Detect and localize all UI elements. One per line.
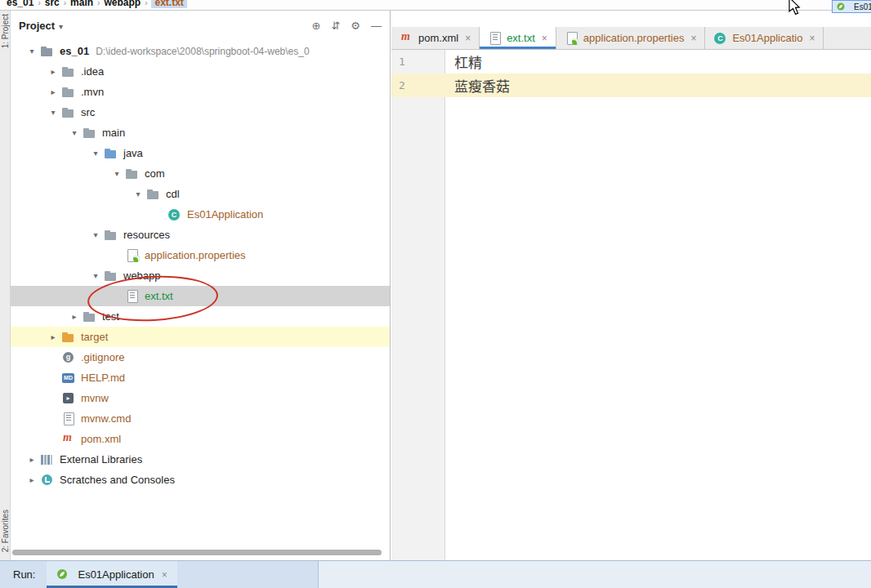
breadcrumb-separator: ›: [38, 0, 40, 7]
code-line[interactable]: 1杠精: [391, 50, 871, 74]
project-panel-title: Project: [19, 20, 55, 32]
maven-icon: [61, 433, 76, 446]
tree-row[interactable]: ▾es_01D:\ided-workspace\2008\springboot-…: [11, 41, 390, 61]
sources-folder-icon: [104, 147, 118, 160]
tree-row[interactable]: ▸.mvn: [11, 82, 390, 102]
breadcrumb-item[interactable]: src: [45, 0, 60, 8]
editor-area: pom.xmlext.txtapplication.propertiesEs01…: [391, 11, 871, 560]
tree-item-label: resources: [123, 229, 170, 241]
horizontal-scrollbar[interactable]: [12, 550, 382, 555]
excluded-folder-icon: [61, 331, 76, 344]
tree-row[interactable]: Es01Application: [11, 204, 390, 225]
editor-lines: 1杠精2蓝瘦香菇: [391, 50, 871, 97]
panel-header-icons: ⊕⇵⚙—: [312, 20, 382, 32]
line-text: 杠精: [445, 51, 482, 72]
gitignore-icon: [61, 351, 76, 364]
chevron-down-icon[interactable]: ▾: [130, 189, 146, 198]
project-view-selector[interactable]: Project: [19, 20, 63, 32]
chevron-right-icon[interactable]: ▸: [24, 475, 40, 484]
tree-row[interactable]: HELP.md: [11, 368, 390, 388]
line-text: 蓝瘦香菇: [445, 75, 510, 96]
chevron-right-icon[interactable]: ▸: [24, 455, 40, 464]
editor-tab[interactable]: ext.txt: [480, 27, 556, 49]
toolwindow-button-project[interactable]: 1: Project: [1, 14, 10, 48]
run-tab[interactable]: Es01Application: [47, 561, 176, 588]
chevron-down-icon[interactable]: ▾: [87, 149, 104, 158]
run-configuration-button[interactable]: Es01: [832, 0, 871, 13]
breadcrumb-item[interactable]: ext.txt: [151, 0, 186, 8]
chevron-down-icon[interactable]: ▾: [87, 271, 104, 280]
breadcrumb-item[interactable]: es_01: [7, 0, 34, 8]
tree-item-label: .gitignore: [81, 351, 124, 363]
code-line[interactable]: 2蓝瘦香菇: [391, 74, 871, 97]
breadcrumb-item[interactable]: webapp: [104, 0, 141, 8]
line-number: 2: [391, 79, 445, 91]
tree-item-label: target: [81, 331, 108, 343]
folder-icon: [61, 106, 76, 119]
close-icon[interactable]: [162, 569, 168, 581]
settings-gear-icon[interactable]: ⚙: [351, 20, 360, 32]
tree-row[interactable]: mvnw.cmd: [11, 408, 390, 429]
chevron-right-icon[interactable]: ▸: [45, 67, 61, 76]
shell-icon: [61, 392, 76, 405]
toolwindow-button-favorites[interactable]: 2: Favorites: [1, 510, 10, 552]
spring-class-icon: [713, 32, 727, 45]
locate-icon[interactable]: ⊕: [312, 20, 321, 32]
close-icon[interactable]: [690, 33, 696, 44]
tree-row[interactable]: ▾main: [11, 122, 390, 143]
tree-item-label: Scratches and Consoles: [60, 474, 175, 486]
tree-item-label: es_01: [60, 45, 89, 57]
hide-panel-icon[interactable]: —: [371, 20, 382, 32]
close-icon[interactable]: [465, 33, 471, 44]
editor-tab[interactable]: application.properties: [556, 27, 706, 49]
tree-row[interactable]: ▾com: [11, 163, 390, 184]
chevron-right-icon[interactable]: ▸: [45, 332, 61, 341]
folder-icon: [104, 270, 118, 283]
text-file-icon: [488, 32, 502, 45]
tree-row[interactable]: ▸Scratches and Consoles: [11, 470, 390, 490]
breadcrumb-separator: ›: [145, 0, 147, 7]
spring-properties-icon: [565, 32, 578, 45]
tree-row[interactable]: application.properties: [11, 245, 390, 265]
folder-icon: [61, 86, 76, 99]
run-bar-left: Run: Es01Application: [0, 561, 319, 588]
chevron-down-icon[interactable]: ▾: [109, 169, 125, 178]
tree-row[interactable]: pom.xml: [11, 429, 390, 449]
tree-row[interactable]: ▸.idea: [11, 61, 390, 82]
folder-icon: [146, 188, 161, 201]
tree-item-label: src: [81, 106, 95, 118]
project-panel-header: Project ⊕⇵⚙—: [11, 11, 390, 41]
tree-item-label: Es01Application: [187, 208, 263, 220]
text-file-icon: [61, 412, 76, 425]
tree-row[interactable]: ▾cdl: [11, 184, 390, 204]
chevron-right-icon[interactable]: ▸: [45, 87, 61, 96]
chevron-down-icon[interactable]: ▾: [45, 108, 61, 117]
chevron-down-icon: [59, 20, 63, 32]
run-tab-label: Es01Application: [78, 568, 154, 581]
resources-folder-icon: [104, 229, 118, 242]
tree-row[interactable]: ▸target: [11, 327, 390, 347]
tab-label: pom.xml: [418, 32, 458, 44]
tree-row[interactable]: ▸External Libraries: [11, 449, 390, 470]
close-icon[interactable]: [542, 33, 547, 44]
tree-row[interactable]: .gitignore: [11, 347, 390, 368]
breadcrumb-bar: es_01›src›main›webapp›ext.txt: [0, 0, 871, 11]
editor[interactable]: 1杠精2蓝瘦香菇: [391, 50, 871, 560]
spring-boot-icon: [837, 2, 846, 11]
chevron-down-icon[interactable]: ▾: [66, 128, 83, 137]
chevron-down-icon[interactable]: ▾: [24, 47, 40, 56]
tree-row[interactable]: ▾src: [11, 102, 390, 122]
editor-tabs: pom.xmlext.txtapplication.propertiesEs01…: [391, 27, 871, 50]
collapse-all-icon[interactable]: ⇵: [331, 20, 340, 32]
folder-icon: [83, 127, 97, 140]
tree-row[interactable]: ▾java: [11, 143, 390, 163]
folder-icon: [61, 65, 76, 78]
editor-tab[interactable]: Es01Applicatio: [705, 27, 824, 49]
chevron-right-icon[interactable]: ▸: [66, 312, 83, 321]
breadcrumb-item[interactable]: main: [70, 0, 93, 8]
tree-row[interactable]: ▾resources: [11, 225, 390, 245]
editor-tab[interactable]: pom.xml: [391, 27, 480, 49]
tree-row[interactable]: mvnw: [11, 388, 390, 408]
close-icon[interactable]: [809, 33, 815, 44]
chevron-down-icon[interactable]: ▾: [87, 230, 104, 239]
